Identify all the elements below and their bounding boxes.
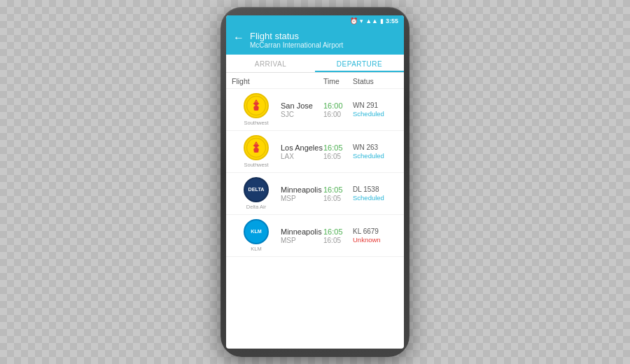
flight-time-sched-4: 16:05 bbox=[323, 237, 353, 244]
alarm-icon: ⏰ bbox=[350, 18, 358, 24]
airline-logo-4: KLM KLM bbox=[232, 219, 281, 252]
klm-logo-icon: KLM bbox=[244, 219, 269, 244]
flight-code-1: SJC bbox=[281, 111, 323, 118]
app-subtitle: McCarran International Airport bbox=[250, 41, 343, 49]
flight-num-1: WN 291 bbox=[353, 102, 398, 109]
battery-icon: ▮ bbox=[380, 18, 384, 24]
flight-num-3: DL 1538 bbox=[353, 186, 398, 193]
airline-name-4: KLM bbox=[251, 246, 261, 252]
status-badge-4: Unknown bbox=[353, 236, 398, 244]
flight-dest-4: Minneapolis MSP bbox=[281, 227, 323, 244]
flight-status-3: DL 1538 Scheduled bbox=[353, 186, 398, 202]
table-row[interactable]: Southwest San Jose SJC 16:00 16:00 WN 29… bbox=[226, 89, 404, 131]
flight-time-sched-3: 16:05 bbox=[323, 195, 353, 202]
flight-city-1: San Jose bbox=[281, 102, 323, 110]
app-bar-titles: Flight status McCarran International Air… bbox=[250, 31, 343, 49]
flight-time-4: 16:05 16:05 bbox=[323, 227, 353, 244]
airline-logo-2: Southwest bbox=[232, 135, 281, 168]
southwest-logo-icon-2 bbox=[244, 135, 269, 160]
flight-city-3: Minneapolis bbox=[281, 186, 323, 194]
status-time: 3:55 bbox=[386, 18, 398, 24]
tab-arrival[interactable]: ARRIVAL bbox=[226, 55, 315, 72]
airline-name-3: Delta Air bbox=[246, 204, 266, 210]
flight-status-1: WN 291 Scheduled bbox=[353, 102, 398, 118]
flight-dest-2: Los Angeles LAX bbox=[281, 144, 323, 160]
flight-time-2: 16:05 16:05 bbox=[323, 144, 353, 160]
col-time: Time bbox=[323, 77, 353, 85]
airline-logo-3: DELTA Delta Air bbox=[232, 177, 281, 210]
status-bar: ⏰ ▾ ▲▲ ▮ 3:55 bbox=[226, 15, 404, 27]
flight-time-val-2: 16:05 bbox=[323, 144, 353, 152]
phone-device: ⏰ ▾ ▲▲ ▮ 3:55 ← Flight status McCarran I… bbox=[220, 7, 410, 357]
flight-dest-1: San Jose SJC bbox=[281, 102, 323, 118]
flight-time-1: 16:00 16:00 bbox=[323, 102, 353, 118]
flight-city-2: Los Angeles bbox=[281, 144, 323, 152]
back-button[interactable]: ← bbox=[233, 31, 244, 44]
flight-num-2: WN 263 bbox=[353, 144, 398, 151]
table-row[interactable]: KLM KLM Minneapolis MSP 16:05 16:05 KL 6… bbox=[226, 215, 404, 257]
airline-name-2: Southwest bbox=[244, 162, 268, 168]
flight-city-4: Minneapolis bbox=[281, 227, 323, 236]
table-row[interactable]: DELTA Delta Air Minneapolis MSP 16:05 16… bbox=[226, 173, 404, 215]
flight-list: Southwest San Jose SJC 16:00 16:00 WN 29… bbox=[226, 89, 404, 349]
airline-name-1: Southwest bbox=[244, 120, 268, 126]
status-badge-2: Scheduled bbox=[353, 152, 398, 160]
flight-code-3: MSP bbox=[281, 195, 323, 202]
flight-code-4: MSP bbox=[281, 237, 323, 244]
flight-num-4: KL 6679 bbox=[353, 227, 398, 235]
table-header: Flight Time Status bbox=[226, 73, 404, 89]
flight-time-3: 16:05 16:05 bbox=[323, 186, 353, 202]
phone-screen: ⏰ ▾ ▲▲ ▮ 3:55 ← Flight status McCarran I… bbox=[226, 15, 404, 349]
flight-status-4: KL 6679 Unknown bbox=[353, 227, 398, 244]
tab-departure[interactable]: DEPARTURE bbox=[315, 55, 404, 72]
flight-time-val-1: 16:00 bbox=[323, 102, 353, 110]
airline-logo-1: Southwest bbox=[232, 93, 281, 126]
flight-time-sched-1: 16:00 bbox=[323, 111, 353, 118]
col-flight: Flight bbox=[232, 77, 281, 85]
status-badge-1: Scheduled bbox=[353, 110, 398, 118]
wifi-icon: ▾ bbox=[360, 18, 363, 24]
col-status: Status bbox=[353, 77, 398, 85]
flight-time-sched-2: 16:05 bbox=[323, 153, 353, 160]
flight-time-val-3: 16:05 bbox=[323, 186, 353, 194]
svg-text:KLM: KLM bbox=[251, 228, 262, 234]
flight-status-2: WN 263 Scheduled bbox=[353, 144, 398, 160]
flight-code-2: LAX bbox=[281, 153, 323, 160]
flight-dest-3: Minneapolis MSP bbox=[281, 186, 323, 202]
flight-time-val-4: 16:05 bbox=[323, 227, 353, 236]
southwest-logo-icon-1 bbox=[244, 93, 269, 118]
app-title: Flight status bbox=[250, 31, 343, 41]
tabs-container: ARRIVAL DEPARTURE bbox=[226, 55, 404, 73]
status-badge-3: Scheduled bbox=[353, 194, 398, 202]
app-bar: ← Flight status McCarran International A… bbox=[226, 27, 404, 55]
signal-icon: ▲▲ bbox=[365, 18, 378, 24]
table-row[interactable]: Southwest Los Angeles LAX 16:05 16:05 WN… bbox=[226, 131, 404, 173]
delta-logo-icon: DELTA bbox=[244, 177, 269, 202]
col-dest bbox=[281, 77, 323, 85]
svg-text:DELTA: DELTA bbox=[248, 186, 265, 192]
